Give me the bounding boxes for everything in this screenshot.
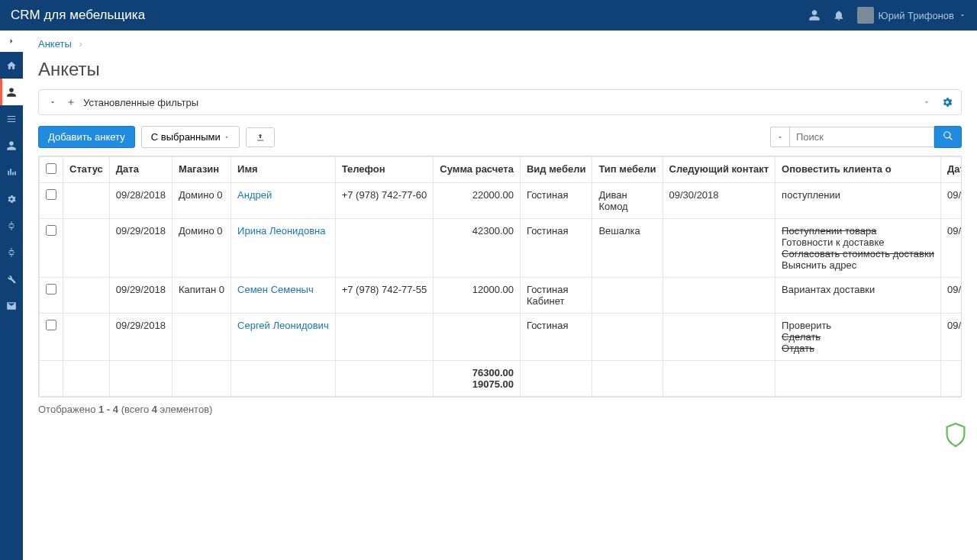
sidebar-item-questionnaires[interactable]: [0, 79, 23, 105]
add-button[interactable]: Добавить анкету: [38, 126, 135, 148]
cell-name-link[interactable]: Андрей: [237, 189, 272, 201]
app-header: CRM для мебельщика Юрий Трифонов: [0, 0, 977, 31]
table-row: 09/29/2018 Капитан 0 Семен Семеныч +7 (9…: [40, 278, 962, 314]
search-icon: [943, 130, 953, 141]
col-name[interactable]: Имя: [231, 157, 336, 183]
table-footer-row: 76300.0019075.00: [40, 361, 962, 397]
filter-bar: Установленные фильтры: [38, 89, 962, 115]
sidebar-toggle[interactable]: [0, 31, 23, 52]
user-icon[interactable]: [808, 9, 821, 21]
user-menu[interactable]: Юрий Трифонов: [857, 7, 966, 24]
cell-phone: +7 (978) 742-77-55: [335, 278, 434, 314]
header-actions: Юрий Трифонов: [808, 7, 966, 24]
plus-icon[interactable]: [66, 98, 76, 107]
table-row: 09/28/2018 Домино 0 Андрей +7 (978) 742-…: [40, 183, 962, 219]
col-type[interactable]: Тип мебели: [592, 157, 663, 183]
cell-added: 09/29/2018 00:41: [940, 219, 962, 278]
cell-name-link[interactable]: Ирина Леонидовна: [237, 225, 325, 237]
summary-info: Отображено 1 - 4 (всего 4 элементов): [38, 404, 962, 415]
user-name: Юрий Трифонов: [879, 10, 954, 21]
row-checkbox[interactable]: [46, 189, 56, 200]
col-date[interactable]: Дата: [109, 157, 172, 183]
cell-total: 42300.00: [434, 219, 521, 278]
cell-next: 09/30/2018: [663, 183, 775, 219]
bell-icon[interactable]: [833, 9, 845, 21]
cell-kind: Гостиная: [520, 219, 592, 278]
upload-icon: [256, 133, 265, 142]
main-content: Анкеты › Анкеты Установленные фильтры До…: [23, 31, 977, 560]
cell-added: 09/29/2018 14:28: [940, 278, 962, 314]
col-added[interactable]: Дата добавления: [940, 157, 962, 183]
cell-kind: Гостиная: [520, 183, 592, 219]
row-checkbox[interactable]: [46, 284, 56, 294]
cell-type: Вешалка: [592, 219, 663, 278]
col-store[interactable]: Магазин: [172, 157, 231, 183]
cell-date: 09/28/2018: [109, 183, 172, 219]
sidebar-item-hierarchy[interactable]: [0, 212, 23, 239]
cell-date: 09/29/2018: [109, 278, 172, 314]
cell-added: 09/29/2018 19:10: [940, 314, 962, 361]
chevron-down-icon[interactable]: [921, 97, 932, 108]
cell-total: 22000.00: [434, 183, 521, 219]
search-scope-toggle[interactable]: [770, 127, 789, 147]
chevron-down-icon: [959, 11, 966, 19]
breadcrumb-root[interactable]: Анкеты: [38, 38, 72, 50]
breadcrumb: Анкеты ›: [38, 31, 962, 54]
chevron-down-icon: [49, 98, 56, 106]
bulk-label: С выбранными: [151, 131, 221, 143]
cell-type: ДиванКомод: [592, 183, 663, 219]
sidebar-item-mail[interactable]: [0, 292, 23, 319]
sidebar: [0, 31, 23, 560]
gear-icon[interactable]: [941, 96, 953, 108]
bulk-actions-button[interactable]: С выбранными: [141, 126, 240, 148]
col-status[interactable]: Статус: [63, 157, 110, 183]
cell-date: 09/29/2018: [109, 314, 172, 361]
sidebar-item-tools[interactable]: [0, 266, 23, 292]
select-all-checkbox[interactable]: [46, 163, 56, 174]
sidebar-item-add-hierarchy[interactable]: [0, 239, 23, 266]
cell-phone: [335, 219, 434, 278]
cell-date: 09/29/2018: [109, 219, 172, 278]
search: [770, 126, 962, 148]
cell-added: 09/28/2018 23:57: [940, 183, 962, 219]
breadcrumb-sep: ›: [79, 38, 82, 50]
col-next[interactable]: Следующий контакт: [663, 157, 775, 183]
cell-name-link[interactable]: Семен Семеныч: [237, 284, 314, 295]
cell-notify: поступлении: [775, 183, 941, 219]
data-table: Статус Дата Магазин Имя Телефон Сумма ра…: [38, 156, 962, 397]
avatar: [857, 7, 874, 24]
cell-kind: ГостинаяКабинет: [520, 278, 592, 314]
cell-total: 12000.00: [434, 278, 521, 314]
cell-store: Капитан 0: [172, 278, 231, 314]
sidebar-item-settings[interactable]: [0, 185, 23, 212]
chevron-down-icon: [777, 134, 783, 140]
cell-store: Домино 0: [172, 183, 231, 219]
search-input[interactable]: [789, 127, 934, 147]
table-row: 09/29/2018 Сергей Леонидович Гостиная Пр…: [40, 314, 962, 361]
col-total[interactable]: Сумма расчета: [434, 157, 521, 183]
cell-notify: Проверить Сделать Отдать: [775, 314, 941, 361]
cell-store: Домино 0: [172, 219, 231, 278]
search-button[interactable]: [934, 126, 962, 148]
cell-notify: Поступлении товара Готовности к доставке…: [775, 219, 941, 278]
toolbar: Добавить анкету С выбранными: [38, 126, 962, 148]
cell-name-link[interactable]: Сергей Леонидович: [237, 320, 329, 331]
filter-collapse-toggle[interactable]: [47, 98, 59, 106]
col-notify[interactable]: Оповестить клиента о: [775, 157, 941, 183]
filter-label: Установленные фильтры: [83, 97, 914, 108]
upload-button[interactable]: [246, 127, 275, 147]
row-checkbox[interactable]: [46, 225, 56, 236]
sidebar-item-users[interactable]: [0, 132, 23, 159]
col-phone[interactable]: Телефон: [335, 157, 434, 183]
sidebar-item-stats[interactable]: [0, 159, 23, 185]
col-kind[interactable]: Вид мебели: [520, 157, 592, 183]
cell-phone: +7 (978) 742-77-60: [335, 183, 434, 219]
row-checkbox[interactable]: [46, 320, 56, 330]
shield-badge[interactable]: [945, 423, 966, 447]
sidebar-item-home[interactable]: [0, 52, 23, 79]
cell-totals: 76300.0019075.00: [434, 361, 521, 397]
sidebar-item-list[interactable]: [0, 105, 23, 132]
shield-icon: [945, 423, 966, 447]
cell-notify: Вариантах доставки: [775, 278, 941, 314]
cell-kind: Гостиная: [520, 314, 592, 361]
